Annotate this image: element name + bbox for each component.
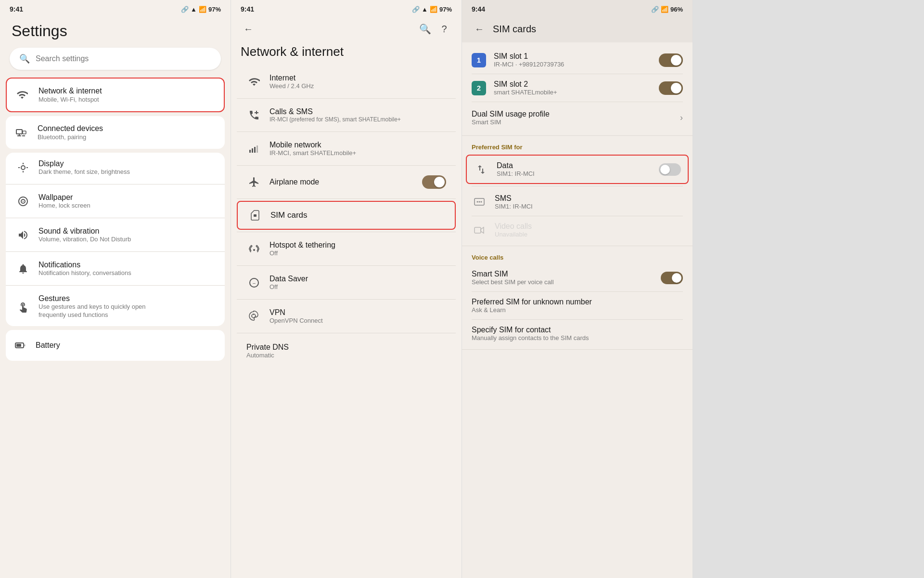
svg-point-27: [253, 314, 254, 315]
vpn-icon: [246, 309, 262, 324]
phone-settings: 9:41 🔗 ▲ 📶 97% Settings 🔍 Network & inte…: [0, 0, 231, 578]
svg-point-26: [252, 315, 253, 316]
data-toggle[interactable]: [659, 163, 681, 176]
sidebar-item-connected[interactable]: Connected devices Bluetooth, pairing: [6, 116, 225, 149]
network-item-airplane[interactable]: Airplane mode: [237, 168, 456, 197]
status-icons-1: 🔗 ▲ 📶 97%: [181, 6, 221, 13]
sidebar-item-gestures[interactable]: Gestures Use gestures and keys to quickl…: [6, 288, 225, 326]
signal-status-icon-3: 📶: [661, 6, 668, 13]
svg-rect-17: [249, 150, 251, 153]
time-2: 9:41: [241, 5, 254, 13]
link-icon: 🔗: [181, 6, 189, 13]
svg-point-32: [481, 201, 482, 202]
svg-point-11: [23, 201, 24, 202]
videocalls-text: Video calls Unavailable: [495, 222, 683, 238]
search-button-2[interactable]: 🔍: [415, 19, 435, 39]
svg-rect-18: [252, 148, 253, 153]
preferred-unknown-text: Preferred SIM for unknown number Ask & L…: [472, 298, 683, 314]
nav-bar-3: ← SIM cards: [462, 17, 693, 42]
simcard-item-2[interactable]: 2 SIM slot 2 smart SHATELmobile+: [462, 74, 693, 102]
network-sublabel: Mobile, Wi-Fi, hotspot: [38, 96, 217, 103]
display-text: Display Dark theme, font size, brightnes…: [38, 159, 215, 175]
hotspot-text: Hotspot & tethering Off: [270, 241, 446, 257]
search-icon: 🔍: [19, 53, 30, 64]
voice-smartsim-item[interactable]: Smart SIM Select best SIM per voice call: [462, 264, 693, 291]
sidebar-item-wallpaper[interactable]: Wallpaper Home, lock screen: [6, 186, 225, 216]
svg-marker-12: [19, 231, 23, 239]
signal-status-icon: 📶: [199, 6, 206, 13]
datasaver-text: Data Saver Off: [270, 275, 446, 290]
airplane-toggle[interactable]: [422, 175, 446, 189]
simcard-item-1[interactable]: 1 SIM slot 1 IR-MCI · +989120739736: [462, 46, 693, 74]
chevron-icon: ›: [680, 113, 683, 123]
network-item-vpn[interactable]: VPN OpenVPN Connect: [237, 302, 456, 331]
time-1: 9:41: [10, 5, 23, 13]
network-item-mobile[interactable]: Mobile network IR-MCI, smart SHATELmobil…: [237, 134, 456, 163]
wallpaper-text: Wallpaper Home, lock screen: [38, 193, 215, 209]
wifi-status-icon: ▲: [191, 6, 197, 13]
sidebar-item-sound[interactable]: Sound & vibration Volume, vibration, Do …: [6, 220, 225, 250]
network-item-datasaver[interactable]: – Data Saver Off: [237, 268, 456, 297]
status-bar-1: 9:41 🔗 ▲ 📶 97%: [0, 0, 231, 17]
svg-rect-21: [254, 214, 257, 217]
smartsim-text: Smart SIM Select best SIM per voice call: [472, 270, 653, 286]
search-input[interactable]: [36, 54, 211, 63]
gestures-text: Gestures Use gestures and keys to quickl…: [38, 294, 215, 319]
phone-simcards: 9:44 🔗 📶 96% ← SIM cards 1 SIM slot 1 IR…: [462, 0, 693, 578]
svg-point-30: [477, 201, 478, 202]
connected-sublabel: Bluetooth, pairing: [38, 133, 218, 141]
dual-sim-profile[interactable]: Dual SIM usage profile Smart SIM ›: [462, 102, 693, 133]
battery-status-2: 97%: [439, 6, 452, 13]
simcards-list: 1 SIM slot 1 IR-MCI · +989120739736 2 SI…: [462, 42, 693, 578]
network-item-simcards-wrapper: SIM cards: [237, 201, 456, 230]
sms-icon: [472, 195, 487, 210]
display-icon: [15, 160, 31, 175]
specify-sim-text: Specify SIM for contact Manually assign …: [472, 326, 683, 342]
voice-preferred-unknown-item[interactable]: Preferred SIM for unknown number Ask & L…: [462, 292, 693, 319]
svg-rect-19: [254, 147, 256, 153]
preferred-videocalls-item[interactable]: Video calls Unavailable: [462, 216, 693, 244]
preferred-sms-item[interactable]: SMS SIM1: IR-MCI: [462, 188, 693, 216]
page-title-settings: Settings: [0, 17, 231, 48]
network-item-internet[interactable]: Internet Weed / 2.4 GHz: [237, 67, 456, 96]
notifications-text: Notifications Notification history, conv…: [38, 261, 215, 276]
svg-point-22: [253, 249, 255, 251]
data-text: Data SIM1: IR-MCI: [497, 161, 651, 177]
sidebar-item-battery[interactable]: Battery: [6, 330, 225, 361]
connected-item-text: Connected devices Bluetooth, pairing: [38, 124, 218, 141]
network-item-calls[interactable]: Calls & SMS IR-MCI (preferred for SMS), …: [237, 101, 456, 130]
phone-icon: [246, 107, 262, 123]
preferred-sim-section-label: Preferred SIM for: [462, 138, 693, 154]
sidebar-item-display[interactable]: Display Dark theme, font size, brightnes…: [6, 153, 225, 182]
settings-list: Network & internet Mobile, Wi-Fi, hotspo…: [0, 78, 231, 578]
status-icons-3: 🔗 📶 96%: [651, 6, 683, 13]
videocall-icon: [472, 223, 487, 238]
link-icon-2: 🔗: [412, 6, 420, 13]
back-button-3[interactable]: ←: [470, 19, 489, 39]
connected-label: Connected devices: [38, 124, 218, 133]
preferred-data-item[interactable]: Data SIM1: IR-MCI: [467, 156, 688, 183]
search-box[interactable]: 🔍: [10, 48, 221, 70]
network-item-simcards[interactable]: SIM cards: [238, 202, 455, 229]
network-item-hotspot[interactable]: Hotspot & tethering Off: [237, 234, 456, 263]
internet-text: Internet Weed / 2.4 GHz: [270, 74, 446, 90]
svg-rect-14: [16, 344, 21, 347]
back-button-2[interactable]: ←: [239, 19, 258, 39]
wifi-icon: [13, 86, 31, 104]
svg-rect-0: [16, 130, 22, 134]
network-label: Network & internet: [38, 87, 217, 95]
sidebar-item-network[interactable]: Network & internet Mobile, Wi-Fi, hotspo…: [6, 78, 225, 112]
svg-point-31: [479, 201, 480, 202]
battery-status-3: 96%: [670, 6, 683, 13]
sim1-toggle[interactable]: [659, 53, 683, 67]
sound-text: Sound & vibration Volume, vibration, Do …: [38, 227, 215, 243]
wifi-status-icon-2: ▲: [422, 6, 428, 13]
sim2-toggle[interactable]: [659, 81, 683, 95]
smartsim-toggle[interactable]: [661, 272, 683, 284]
nav-bar-2: ← 🔍 ?: [231, 17, 462, 42]
battery-status: 97%: [208, 6, 221, 13]
voice-specify-sim-item[interactable]: Specify SIM for contact Manually assign …: [462, 320, 693, 347]
devices-icon: [13, 124, 30, 141]
sidebar-item-notifications[interactable]: Notifications Notification history, conv…: [6, 254, 225, 283]
help-button-2[interactable]: ?: [435, 19, 454, 39]
